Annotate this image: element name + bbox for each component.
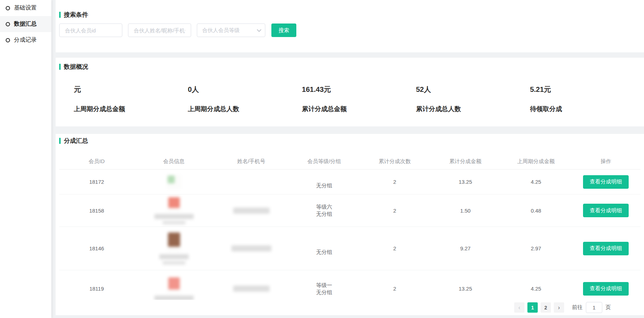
pagination-bar: ‹ 1 2 › 前往 页 [56,300,644,315]
page-button-1[interactable]: 1 [527,302,538,313]
member-group: 无分组 [316,182,332,189]
blurred-phone [233,208,270,214]
prev-page-button[interactable]: ‹ [514,302,525,313]
sidebar-item-label: 基础设置 [14,4,37,12]
cell-member-id: 18146 [59,245,134,251]
partner-level-select[interactable]: 合伙人会员等级 [197,24,265,37]
cell-member-id: 18172 [59,179,134,185]
cell-name-phone [214,208,289,214]
section-accent-bar [59,64,61,70]
stat-value: 161.43元 [302,84,416,94]
search-button[interactable]: 搜索 [271,24,296,37]
cell-level-group: 无分组 [289,241,359,256]
col-header-last-period-amount: 上周期分成金额 [501,158,571,165]
cell-member-info [134,175,214,189]
table-row: 18146 无分组 2 [59,226,640,270]
blurred-nickname [163,221,185,224]
page-button-2[interactable]: 2 [541,302,551,313]
goto-prefix-label: 前往 [572,304,583,311]
section-accent-bar [59,12,61,18]
cell-level-group: 无分组 [289,175,359,189]
col-header-member-info: 会员信息 [134,158,214,165]
cell-level-group: 等级一 无分组 [289,282,359,296]
sidebar-item-commission-records[interactable]: 分成记录 [0,32,51,48]
cell-name-phone [214,245,289,251]
blurred-nickname [163,261,185,265]
overview-section-title: 数据概况 [59,63,644,71]
cell-total-amount: 9.27 [430,245,501,251]
chevron-down-icon [257,27,261,32]
cell-last-period-amount: 0.48 [501,208,571,214]
col-header-level-group: 会员等级/分组 [289,158,359,165]
main-content: 搜索条件 合伙人会员等级 搜索 数据概况 元 上周期分成总金额 0人 上周期分成… [56,0,644,315]
cell-last-period-amount: 4.25 [501,179,571,185]
view-detail-button[interactable]: 查看分成明细 [583,204,629,217]
sidebar-item-label: 分成记录 [14,36,37,44]
col-header-count: 累计分成次数 [359,158,430,165]
cell-total-amount: 13.25 [430,179,501,185]
member-group: 无分组 [316,249,332,256]
partner-name-input[interactable] [128,24,191,37]
goto-page: 前往 页 [572,302,611,313]
cell-total-amount: 13.25 [430,286,501,292]
section-accent-bar [59,138,61,144]
member-level: 等级六 [316,203,332,210]
col-header-name-phone: 姓名/手机号 [214,158,289,165]
cell-name-phone [214,286,289,292]
cell-member-id: 18158 [59,208,134,214]
cell-level-group: 等级六 无分组 [289,203,359,218]
cell-last-period-amount: 2.97 [501,245,571,251]
table-body: 18172 无分组 2 13.25 4.25 查看分成明 [59,169,644,307]
sidebar-item-data-summary[interactable]: 数据汇总 [0,16,51,32]
stat-value: 52人 [416,84,530,94]
table-row: 18172 无分组 2 13.25 4.25 查看分成明 [59,169,640,194]
stat-label: 累计分成总金额 [302,105,416,113]
next-page-button[interactable]: › [554,302,564,313]
stat-total-people: 52人 累计分成总人数 [416,84,530,113]
avatar [167,277,181,293]
stat-label: 累计分成总人数 [416,105,530,113]
table-row: 18158 等级六 无分组 2 [59,194,640,226]
table-header-row: 会员ID 会员信息 姓名/手机号 会员等级/分组 累计分成次数 累计分成金额 上… [59,153,640,169]
view-detail-button[interactable]: 查看分成明细 [583,175,629,189]
cell-member-info [134,277,214,301]
sidebar-item-basic-settings[interactable]: 基础设置 [0,0,51,16]
search-filters-row: 合伙人会员等级 搜索 [59,24,644,37]
stat-last-period-people: 0人 上周期分成总人数 [188,84,302,113]
cell-member-info [134,233,214,265]
col-header-total-amount: 累计分成金额 [430,158,501,165]
cell-member-id: 18119 [59,286,134,292]
stats-row: 元 上周期分成总金额 0人 上周期分成总人数 161.43元 累计分成总金额 5… [59,84,644,113]
sidebar-item-label: 数据汇总 [14,20,37,28]
search-section-title: 搜索条件 [59,11,644,19]
member-level: 等级一 [316,282,332,289]
goto-page-input[interactable] [586,302,602,313]
blurred-nickname [159,254,189,259]
cell-member-info [134,197,214,224]
cell-count: 2 [359,208,430,214]
circle-icon [6,6,10,10]
partner-member-id-input[interactable] [59,24,122,37]
cell-total-amount: 1.50 [430,208,501,214]
stat-label: 上周期分成总金额 [74,105,188,113]
summary-section: 分成汇总 会员ID 会员信息 姓名/手机号 会员等级/分组 累计分成次数 累计分… [56,134,644,315]
blurred-phone [231,245,271,251]
circle-icon [6,22,10,26]
sidebar: 基础设置 数据汇总 分成记录 [0,0,51,318]
member-group: 无分组 [316,210,332,218]
chevron-right-icon: › [558,305,560,311]
circle-icon [6,38,10,42]
stat-label: 待领取分成 [530,105,644,113]
stat-value: 元 [74,84,188,94]
stat-value: 0人 [188,84,302,94]
view-detail-button[interactable]: 查看分成明细 [583,242,629,255]
chevron-left-icon: ‹ [518,305,520,311]
stat-last-period-amount: 元 上周期分成总金额 [74,84,188,113]
blurred-nickname [154,214,194,219]
overview-section: 数据概况 元 上周期分成总金额 0人 上周期分成总人数 161.43元 累计分成… [56,58,644,126]
goto-suffix-label: 页 [605,304,611,311]
view-detail-button[interactable]: 查看分成明细 [583,282,629,296]
col-header-actions: 操作 [571,158,640,165]
cell-count: 2 [359,179,430,185]
stat-total-amount: 161.43元 累计分成总金额 [302,84,416,113]
